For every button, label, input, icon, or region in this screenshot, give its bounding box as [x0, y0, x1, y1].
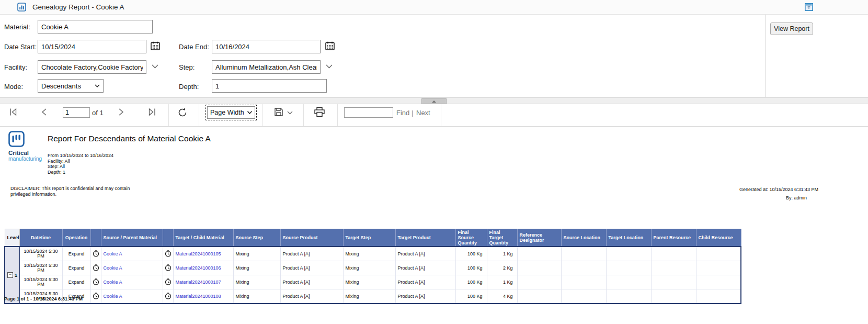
- table-row: 10/15/2024 5:30 PM Expand Cookie A Mater…: [5, 289, 741, 304]
- source-material-cell: Cookie A: [101, 289, 163, 304]
- history-clock-icon[interactable]: [90, 247, 101, 261]
- history-clock-icon[interactable]: [163, 289, 173, 304]
- target-location-cell: [606, 261, 651, 275]
- final-source-qty-cell: 100 Kg: [455, 289, 487, 304]
- parent-resource-cell: [651, 275, 696, 289]
- report-viewer-toolbar: of 1 Page Width Find | Next: [0, 104, 868, 127]
- target-material-link[interactable]: Material20241000105: [176, 251, 221, 256]
- titlebar: Genealogy Report - Cookie A: [0, 0, 868, 15]
- source-location-cell: [561, 247, 606, 261]
- find-text-input[interactable]: [344, 107, 393, 118]
- history-clock-icon[interactable]: [90, 289, 101, 304]
- zoom-select[interactable]: Page Width: [207, 106, 255, 119]
- target-location-cell: [606, 275, 651, 289]
- target-material-link[interactable]: Material20241000107: [176, 280, 221, 285]
- col-header-source-location: Source Location: [561, 229, 606, 247]
- date-end-calendar-icon[interactable]: [325, 41, 335, 50]
- source-material-cell: Cookie A: [101, 247, 163, 261]
- col-header-parent-resource: Parent Resource: [651, 229, 696, 247]
- history-clock-icon[interactable]: [90, 261, 101, 275]
- source-material-link[interactable]: Cookie A: [104, 265, 122, 271]
- source-material-link[interactable]: Cookie A: [104, 280, 122, 285]
- current-page-input[interactable]: [63, 107, 90, 118]
- find-next-separator: |: [412, 109, 413, 117]
- history-clock-icon[interactable]: [163, 275, 173, 289]
- target-product-cell: Product A [A]: [395, 261, 455, 275]
- target-step-cell: Mixing: [343, 289, 395, 304]
- facility-chevron-down-icon[interactable]: [152, 64, 158, 69]
- final-target-qty-cell: 1 Kg: [487, 275, 517, 289]
- target-step-cell: Mixing: [343, 275, 395, 289]
- source-product-cell: Product A [A]: [280, 289, 343, 304]
- material-input[interactable]: [38, 20, 153, 33]
- open-in-window-icon[interactable]: [805, 3, 813, 13]
- date-start-calendar-icon[interactable]: [151, 41, 160, 50]
- target-material-link[interactable]: Material20241000106: [176, 265, 221, 271]
- source-material-link[interactable]: Cookie A: [104, 294, 122, 299]
- parameters-splitter: [0, 98, 868, 104]
- save-export-icon[interactable]: [274, 107, 283, 117]
- page-count-label: of 1: [92, 109, 104, 117]
- collapse-up-arrow-icon: [432, 100, 436, 103]
- toolbar-separator: [262, 104, 263, 126]
- target-material-link[interactable]: Material20241000108: [176, 294, 221, 299]
- date-end-input[interactable]: [212, 40, 321, 53]
- col-header-target-child-material: Target / Child Material: [173, 229, 233, 247]
- collapse-group-icon[interactable]: −: [7, 272, 13, 278]
- final-source-qty-cell: 100 Kg: [455, 275, 487, 289]
- source-material-link[interactable]: Cookie A: [104, 251, 122, 256]
- table-row: −1 10/15/2024 5:30 PM Expand Cookie A Ma…: [5, 247, 741, 261]
- col-header-final-source-quantity: Final Source Quantity: [455, 229, 487, 247]
- step-input[interactable]: [212, 60, 321, 74]
- print-icon[interactable]: [314, 107, 325, 117]
- toolbar-separator: [303, 104, 304, 126]
- level-number: 1: [15, 273, 17, 278]
- source-material-cell: Cookie A: [101, 275, 163, 289]
- step-chevron-down-icon[interactable]: [326, 64, 333, 69]
- history-clock-icon[interactable]: [163, 247, 173, 261]
- parent-resource-cell: [651, 261, 696, 275]
- col-header-source-product: Source Product: [280, 229, 343, 247]
- find-button[interactable]: Find: [396, 109, 409, 117]
- col-header-target-step: Target Step: [343, 229, 395, 247]
- target-product-cell: Product A [A]: [395, 247, 455, 261]
- child-resource-cell: [696, 247, 741, 261]
- col-header-target-location: Target Location: [606, 229, 651, 247]
- col-header-target-product: Target Product: [395, 229, 455, 247]
- date-start-input[interactable]: [38, 40, 146, 53]
- source-step-cell: Mixing: [233, 261, 280, 275]
- generation-info: Generated at: 10/15/2024 6:31:43 PM By: …: [698, 187, 824, 200]
- save-menu-chevron-down-icon[interactable]: [287, 111, 293, 115]
- mode-label: Mode:: [4, 83, 23, 91]
- mode-select[interactable]: Descendants: [38, 79, 104, 93]
- refresh-icon[interactable]: [177, 107, 188, 118]
- depth-input[interactable]: [212, 79, 327, 93]
- facility-input[interactable]: [38, 60, 146, 74]
- collapse-parameters-handle[interactable]: [421, 98, 447, 104]
- table-row: 10/15/2024 5:30 PM Expand Cookie A Mater…: [5, 275, 741, 289]
- report-page-footer: Page 1 of 1 - 10/15/2024 6:31:43 PM: [4, 296, 83, 301]
- last-page-icon[interactable]: [147, 108, 157, 116]
- next-page-icon[interactable]: [118, 108, 124, 116]
- source-step-cell: Mixing: [233, 275, 280, 289]
- table-header-row: Level Datetime Operation Source / Parent…: [5, 229, 741, 247]
- first-page-icon[interactable]: [8, 108, 18, 116]
- report-date-range: From 10/15/2024 to 10/16/2024: [48, 153, 113, 159]
- source-step-cell: Mixing: [233, 247, 280, 261]
- view-report-button[interactable]: View Report: [770, 23, 813, 35]
- operation-cell: Expand: [62, 261, 90, 275]
- previous-page-icon[interactable]: [41, 108, 47, 116]
- history-clock-icon[interactable]: [163, 261, 173, 275]
- col-header-source-parent-material: Source / Parent Material: [101, 229, 163, 247]
- col-header-final-target-quantity: Final Target Quantity: [487, 229, 517, 247]
- col-header-target-icon: [163, 229, 173, 247]
- find-next-button[interactable]: Next: [416, 109, 430, 117]
- mode-chevron-down-icon: [95, 84, 100, 87]
- generated-by-text: By: admin: [698, 195, 824, 200]
- child-resource-cell: [696, 289, 741, 304]
- report-subtitle: From 10/15/2024 to 10/16/2024 Facility: …: [48, 153, 113, 175]
- disclaimer-line1: DISCLAIMER: This report is confidential …: [10, 186, 136, 192]
- history-clock-icon[interactable]: [90, 275, 101, 289]
- table-row: 10/15/2024 5:30 PM Expand Cookie A Mater…: [5, 261, 741, 275]
- final-target-qty-cell: 1 Kg: [487, 247, 517, 261]
